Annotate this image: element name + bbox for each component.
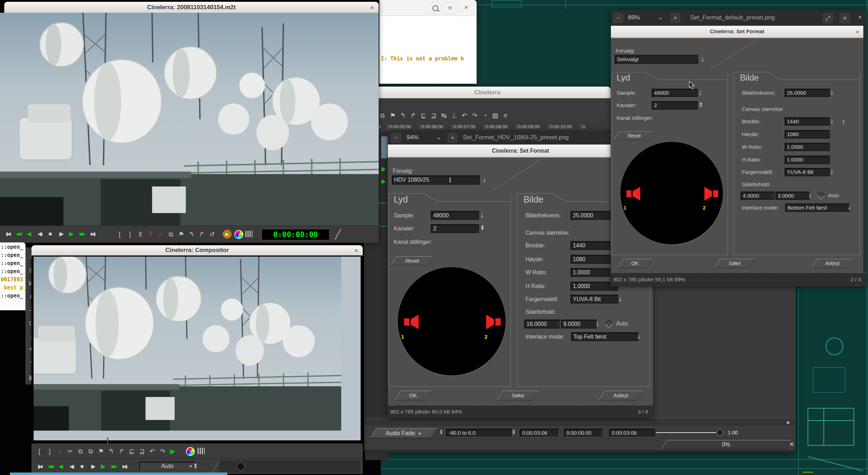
aspect-h-input[interactable]: 3.0000 <box>775 192 809 200</box>
color-wheel-icon[interactable] <box>186 447 195 456</box>
aspect-dropdown-icon[interactable]: ↓ <box>595 320 599 327</box>
zoom-out-button[interactable]: − <box>613 13 623 23</box>
framerate-dropdown-icon[interactable]: ↓ <box>830 89 834 96</box>
splice-icon[interactable]: ⊻ <box>135 230 145 238</box>
selection-start-field[interactable]: 0:00:00:00 <box>564 429 603 437</box>
label-icon[interactable]: ⚑ <box>96 447 106 455</box>
editor-search-button[interactable] <box>429 2 442 14</box>
next-edit-icon[interactable]: ↱ <box>408 112 418 119</box>
scroll-right-icon[interactable]: ▶ <box>787 420 790 425</box>
reset-button[interactable]: Reset <box>391 256 434 265</box>
goto-end-button[interactable]: ▶▮ <box>87 231 98 236</box>
play-highlight-button[interactable]: ▶ <box>223 230 232 239</box>
timecode-display[interactable]: 0:00:00:00 <box>262 229 330 240</box>
copy-ic0n[interactable]: ⧉ <box>75 448 86 455</box>
channels-input[interactable]: 2 <box>652 101 698 110</box>
close-icon[interactable]: × <box>858 14 862 21</box>
wratio-input[interactable]: 1.0000 <box>785 143 830 151</box>
speaker-left-icon[interactable] <box>404 313 420 331</box>
preset-input[interactable]: Selvvalgt I <box>615 55 699 64</box>
reset-button[interactable]: Reset <box>613 131 655 140</box>
cancel-operation-icon[interactable]: ✕ <box>789 441 794 448</box>
goto-end-button[interactable]: ▶▮ <box>119 464 130 469</box>
close-icon[interactable]: × <box>370 4 374 11</box>
out-point-icon[interactable]: ] <box>45 448 55 455</box>
frame-forward-button[interactable]: ▮▶ <box>87 464 98 469</box>
zoom-out-button[interactable]: − <box>391 133 401 143</box>
time-spinner[interactable]: ▲▼ <box>512 429 515 434</box>
cut-icon[interactable]: ✂ <box>65 447 75 455</box>
play-patch-icon[interactable] <box>381 167 386 172</box>
histogram-icon[interactable] <box>245 231 252 237</box>
aspect-w-input[interactable]: 4.0000 <box>741 192 775 200</box>
interlace-input[interactable]: Top Felt først <box>571 332 639 341</box>
goto-start-button[interactable]: ▮◀ <box>34 464 45 469</box>
colormodel-input[interactable]: YUVA-8 Bit <box>785 168 830 176</box>
frame-reverse-button[interactable]: ◀▮ <box>66 464 77 469</box>
fit-selection-icon[interactable]: ⊑ <box>418 112 429 119</box>
play-button[interactable]: ▶ <box>66 230 77 237</box>
prev-label-icon[interactable]: ↰ <box>186 230 197 238</box>
chevron-down-icon[interactable]: ⌄ <box>658 14 663 21</box>
histogram-icon[interactable] <box>198 448 205 454</box>
undo-icon[interactable]: ↶ <box>147 447 157 455</box>
prev-edit-icon[interactable]: ↰ <box>106 447 116 455</box>
ibeam-mode-icon[interactable]: ⊥ <box>449 112 459 119</box>
interlace-dropdown-icon[interactable]: ↓ <box>847 204 851 211</box>
paste-icon[interactable]: ⧉ <box>377 112 388 119</box>
aspect-dropdown-icon[interactable]: ↓ <box>808 192 812 199</box>
play-button[interactable]: ▶ <box>98 463 109 470</box>
redo-icon[interactable]: ↷ <box>470 112 480 119</box>
fit-selection-icon[interactable]: ⊑ <box>127 447 137 455</box>
drag-mode-icon[interactable]: ↹ <box>439 112 449 119</box>
sample-dropdown-icon[interactable]: ↓ <box>699 89 702 96</box>
play-icon[interactable]: ▶ <box>168 447 178 455</box>
speaker-right-icon[interactable] <box>485 313 501 331</box>
to-clip-icon[interactable]: ◌ <box>156 231 166 238</box>
cancel-button[interactable]: Avbryt <box>599 391 643 400</box>
out-point-icon[interactable]: ] <box>125 231 135 238</box>
channels-spinner[interactable]: ▲▼ <box>480 224 484 230</box>
undo-icon[interactable]: ↶ <box>459 112 470 119</box>
selection-length-field[interactable]: 0:00:03:06 <box>609 429 656 437</box>
keyframe-spinner[interactable]: ▲▼ <box>193 463 198 469</box>
fast-forward-button[interactable]: ▶▶ <box>77 231 87 236</box>
fit-autos-icon[interactable]: ⊒ <box>429 112 439 119</box>
zoom-in-button[interactable]: + <box>670 13 680 23</box>
chevron-down-icon[interactable]: ⌄ <box>436 134 441 141</box>
next-edit-icon[interactable]: ↱ <box>116 447 127 455</box>
editor-menu-button[interactable]: ≡ <box>444 2 456 14</box>
label-icon[interactable]: ⚑ <box>176 230 186 238</box>
paste-icon[interactable]: ⧉ <box>86 448 96 455</box>
width-dropdown-icon[interactable]: ↓ <box>830 118 834 125</box>
next-label-icon[interactable]: ↱ <box>197 230 207 238</box>
dialog-titlebar[interactable]: Cinelerra: Set Format × <box>611 26 863 38</box>
timeline-scrollbar[interactable]: ▶ <box>364 418 796 427</box>
menu-icon[interactable]: ≡ <box>840 13 850 23</box>
in-point-icon[interactable]: [ <box>115 231 125 238</box>
lasso-icon[interactable]: ◌ <box>55 448 65 455</box>
frame-reverse-button[interactable]: ◀▮ <box>34 231 45 236</box>
height-input[interactable]: 1080 <box>785 130 830 139</box>
in-point-icon[interactable]: [ <box>34 448 45 455</box>
search-button[interactable]: Søke <box>715 259 756 268</box>
label-icon[interactable]: ⚑ <box>388 112 398 119</box>
hratio-input[interactable]: 1.0000 <box>785 156 830 164</box>
zoom-slider-track[interactable] <box>219 460 360 473</box>
redo-icon[interactable]: ↷ <box>157 447 168 455</box>
overwrite-icon[interactable]: ⊼ <box>145 230 156 238</box>
zoom-level[interactable]: 89% <box>628 14 640 21</box>
sample-dropdown-icon[interactable]: ↓ <box>480 211 484 219</box>
interlace-input[interactable]: Bottom Felt først <box>785 204 850 212</box>
zoom-slider-handle[interactable] <box>236 462 246 471</box>
play-patch-icon[interactable] <box>381 179 386 184</box>
zoom-level[interactable]: 94% <box>407 134 419 141</box>
gang-slider-handle[interactable] <box>716 429 724 437</box>
ok-button[interactable]: OK <box>395 391 432 400</box>
zoom-in-button[interactable]: + <box>448 133 458 143</box>
fast-reverse-button[interactable]: ◀◀ <box>45 464 56 469</box>
compositor-video-canvas[interactable] <box>34 257 361 440</box>
fast-reverse-button[interactable]: ◀◀ <box>13 231 24 236</box>
compositor-titlebar[interactable]: Cinelerra: Compositor × <box>31 245 363 256</box>
color-wheel-icon[interactable] <box>234 230 243 239</box>
